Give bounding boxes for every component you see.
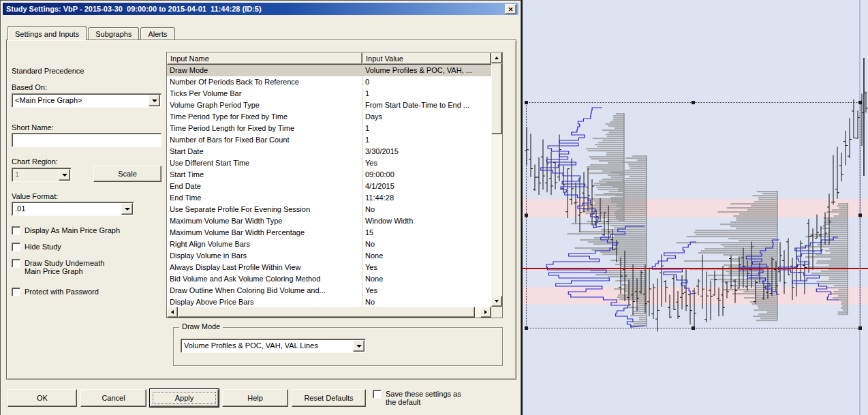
horizontal-scrollbar[interactable] [167,307,491,318]
value-format-select[interactable]: .01 [12,202,134,216]
chevron-down-icon[interactable] [121,203,133,215]
input-value-cell: 09:00:00 [362,169,491,181]
input-row[interactable]: Maximum Volume Bar Width TypeWindow Widt… [167,215,491,227]
input-value-cell: Yes [362,262,491,273]
input-value-cell: None [362,273,491,285]
input-name-cell: Start Time [167,169,362,181]
short-name-input[interactable] [12,133,161,147]
input-name-cell: Maximum Volume Bar Width Type [167,215,362,227]
input-name-cell: Display Above Price Bars [167,296,362,307]
chart-area[interactable] [521,0,868,415]
input-name-cell: Draw Mode [167,65,362,76]
input-row[interactable]: Use Different Start TimeYes [167,157,491,169]
draw-mode-value: Volume Profiles & POC, VAH, VAL Lines [184,341,352,350]
input-name-cell: Maximum Volume Bar Width Percentage [167,227,362,239]
input-row[interactable]: End Date4/1/2015 [167,181,491,192]
input-value-cell: Yes [362,157,491,169]
input-row[interactable]: Number Of Periods Back To Reference0 [167,76,491,88]
input-row[interactable]: Bid Volume and Ask Volume Coloring Metho… [167,273,491,285]
input-row[interactable]: Display Above Price BarsNo [167,296,491,307]
scrollbar-corner [491,307,502,318]
dialog-titlebar[interactable]: Study Settings: VbP - 2015-03-30 09:00:0… [3,3,518,15]
value-format-value: .01 [15,204,121,213]
input-value-cell: Window Width [362,215,491,227]
checkbox-draw-study-underneath[interactable]: Draw Study Underneath Main Price Graph [12,259,116,275]
input-name-cell: Right Align Volume Bars [167,239,362,250]
input-value-cell: 11:44:28 [362,192,491,204]
input-value-cell: No [362,204,491,215]
input-row[interactable]: Draw ModeVolume Profiles & POC, VAH, ... [167,65,491,76]
apply-button[interactable]: Apply [150,389,219,407]
chart-region-select[interactable]: 1 [12,168,72,182]
hscroll-thumb[interactable] [178,307,475,318]
input-row[interactable]: End Time11:44:28 [167,192,491,204]
ok-button[interactable]: OK [7,389,77,407]
reset-defaults-button[interactable]: Reset Defaults [292,389,366,407]
scale-button[interactable]: Scale [93,166,161,182]
input-name-cell: Use Separate Profile For Evening Session [167,204,362,215]
checkbox-box [12,226,20,235]
input-row[interactable]: Ticks Per Volume Bar1 [167,88,491,99]
vertical-scrollbar[interactable] [491,52,502,307]
input-value-cell: 1 [362,88,491,99]
checkbox-protect-with-password[interactable]: Protect with Password [12,288,99,296]
chevron-down-icon[interactable] [59,169,70,181]
input-name-cell: Start Date [167,146,362,157]
input-name-cell: Use Different Start Time [167,157,362,169]
checkbox-box [12,288,20,296]
draw-mode-legend: Draw Mode [179,322,223,331]
input-row[interactable]: Right Align Volume BarsNo [167,239,491,250]
chevron-down-icon[interactable] [353,340,365,352]
checkbox-save-as-default[interactable]: Save these settings as the default [373,390,466,406]
based-on-value: <Main Price Graph> [15,96,148,104]
scroll-down-icon[interactable] [491,296,502,307]
checkbox-display-as-main-price-graph[interactable]: Display As Main Price Graph [12,226,120,235]
input-name-cell: Always Display Last Profile Within View [167,262,362,273]
tab-settings-and-inputs[interactable]: Settings and Inputs [7,26,87,40]
close-icon: ✕ [508,6,514,13]
checkbox-box [12,259,20,268]
column-header-input-value[interactable]: Input Value [362,52,491,65]
input-name-cell: Time Period Type for Fixed by Time [167,111,362,123]
input-row[interactable]: Number of Bars for Fixed Bar Count1 [167,134,491,146]
standard-precedence-label: Standard Precedence [12,67,84,75]
input-name-cell: Time Period Length for Fixed by Time [167,123,362,134]
chart-region-value: 1 [15,170,58,179]
draw-mode-select[interactable]: Volume Profiles & POC, VAH, VAL Lines [181,339,366,353]
tab-alerts[interactable]: Alerts [140,27,174,40]
based-on-select[interactable]: <Main Price Graph> [12,93,161,108]
scroll-right-icon[interactable] [480,307,491,318]
input-row[interactable]: Time Period Length for Fixed by Time1 [167,123,491,134]
input-row[interactable]: Draw Outline When Coloring Bid Volume an… [167,285,491,296]
chevron-down-icon[interactable] [149,95,160,106]
checkbox-hide-study[interactable]: Hide Study [12,243,61,251]
input-row[interactable]: Time Period Type for Fixed by TimeDays [167,111,491,123]
input-row[interactable]: Maximum Volume Bar Width Percentage15 [167,227,491,239]
input-value-cell: 4/1/2015 [362,181,491,192]
draw-mode-groupbox: Draw Mode Volume Profiles & POC, VAH, VA… [173,327,503,366]
help-button[interactable]: Help [222,389,288,407]
tab-subgraphs[interactable]: Subgraphs [88,27,139,40]
value-format-label: Value Format: [12,192,58,200]
input-value-cell: 15 [362,227,491,239]
input-row[interactable]: Start Date3/30/2015 [167,146,491,157]
input-value-cell: 1 [362,134,491,146]
close-button[interactable]: ✕ [505,4,516,14]
checkbox-label: Save these settings as the default [386,390,466,406]
input-name-cell: End Time [167,192,362,204]
input-row[interactable]: Use Separate Profile For Evening Session… [167,204,491,215]
input-row[interactable]: Display Volume in BarsNone [167,250,491,262]
vscroll-thumb[interactable] [491,63,502,134]
checkbox-label: Hide Study [25,243,61,251]
input-row[interactable]: Always Display Last Profile Within ViewY… [167,262,491,273]
input-value-cell: Yes [362,285,491,296]
checkbox-label: Protect with Password [25,288,99,296]
column-header-input-name[interactable]: Input Name [167,52,362,65]
input-name-cell: Number Of Periods Back To Reference [167,76,362,88]
input-row[interactable]: Start Time09:00:00 [167,169,491,181]
scroll-left-icon[interactable] [167,307,178,318]
input-row[interactable]: Volume Graph Period TypeFrom Start Date-… [167,99,491,111]
cancel-button[interactable]: Cancel [80,389,146,407]
scroll-up-icon[interactable] [491,52,502,63]
checkbox-label: Draw Study Underneath Main Price Graph [25,259,116,275]
